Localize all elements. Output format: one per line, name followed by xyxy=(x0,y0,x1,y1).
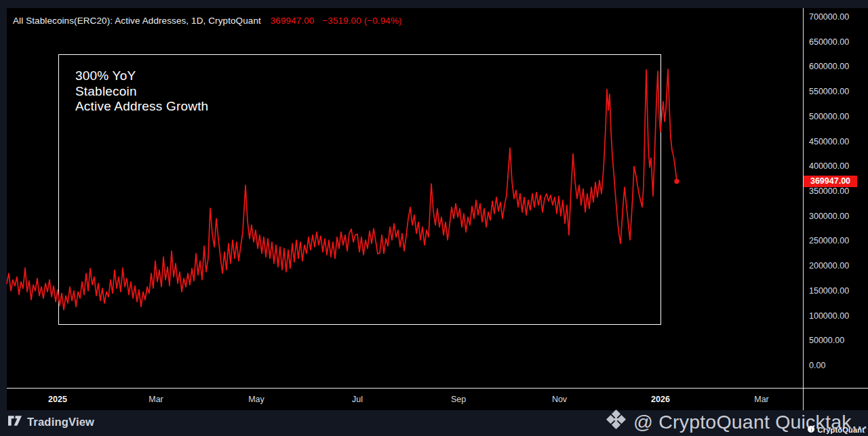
time-scale[interactable]: 2025MarMayJulSepNov2026Mar xyxy=(7,389,868,410)
time-axis-label: May xyxy=(248,395,264,404)
last-value-text: 369947.00 xyxy=(271,16,315,26)
binance-logo-icon xyxy=(605,408,627,435)
annotation-text: 300% YoY Stablecoin Active Address Growt… xyxy=(75,68,208,115)
time-axis-label: 2025 xyxy=(48,395,67,404)
price-axis-label: 550000.00 xyxy=(809,87,849,96)
price-axis-label: 150000.00 xyxy=(809,286,849,296)
series-title: All Stablecoins(ERC20): Active Addresses… xyxy=(13,16,261,26)
price-axis-label: 350000.00 xyxy=(809,186,849,196)
price-axis-label: 0.00 xyxy=(809,361,825,370)
price-axis-label: 700000.00 xyxy=(809,12,849,22)
change-text: −3519.00 (−0.94%) xyxy=(322,16,401,26)
cryptoquant-logo-icon xyxy=(807,425,815,435)
price-axis-label: 500000.00 xyxy=(809,112,849,121)
time-axis-label: Jul xyxy=(352,395,363,404)
price-axis-label: 100000.00 xyxy=(809,311,849,321)
price-scale[interactable]: 700000.00650000.00600000.00550000.005000… xyxy=(804,8,868,388)
price-axis-label: 450000.00 xyxy=(809,137,849,146)
time-axis-label: Sep xyxy=(451,395,466,404)
tradingview-label: TradingView xyxy=(27,416,94,429)
price-axis-label: 200000.00 xyxy=(809,261,849,271)
annotation-line-2: Stablecoin xyxy=(75,84,208,100)
time-axis-label: 2026 xyxy=(651,395,670,404)
cryptoquant-badge: CryptoQuant xyxy=(807,425,865,435)
price-axis-label: 300000.00 xyxy=(809,212,849,221)
tradingview-link[interactable]: TradingView xyxy=(8,416,94,429)
price-axis-label: 250000.00 xyxy=(809,236,849,245)
time-axis-label: Mar xyxy=(149,395,163,404)
time-axis-label: Nov xyxy=(552,395,567,404)
annotation-line-1: 300% YoY xyxy=(75,68,208,84)
chart-window: All Stablecoins(ERC20): Active Addresses… xyxy=(0,0,868,436)
tradingview-logo-icon xyxy=(8,416,22,429)
price-axis-label: 650000.00 xyxy=(809,37,849,47)
annotation-line-3: Active Address Growth xyxy=(75,99,208,115)
last-price-badge: 369947.00 xyxy=(804,176,857,187)
cryptoquant-badge-label: CryptoQuant xyxy=(818,426,865,434)
price-axis-label: 50000.00 xyxy=(809,336,844,345)
price-axis-label: 600000.00 xyxy=(809,62,849,71)
price-axis-label: 400000.00 xyxy=(809,161,849,171)
series-legend[interactable]: All Stablecoins(ERC20): Active Addresses… xyxy=(13,16,402,26)
annotation-rectangle[interactable]: 300% YoY Stablecoin Active Address Growt… xyxy=(58,54,661,325)
time-axis-label: Mar xyxy=(754,395,769,404)
footer-bar: TradingView @ CryptoQuant Quicktak... xyxy=(0,410,868,436)
